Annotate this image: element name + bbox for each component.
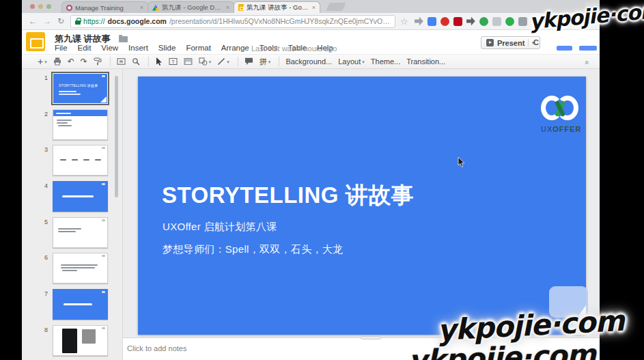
window-minimize-button[interactable] [38, 4, 43, 9]
textbox-icon: T [169, 57, 178, 66]
text-box-button[interactable]: T [167, 56, 180, 68]
menu-format[interactable]: Format [186, 44, 210, 52]
dropdown-caret-icon[interactable]: ▾ [209, 59, 212, 64]
thumbnail-photo [82, 329, 96, 344]
slide-thumbnail[interactable] [53, 325, 108, 356]
avatar[interactable] [579, 46, 597, 51]
browser-tab[interactable]: Manage Training× [61, 1, 148, 13]
filmstrip-row: 7 [22, 289, 122, 322]
toolbar-separator [148, 57, 149, 66]
slide-mentors-line[interactable]: 梦想导师们：Spell，双双，石头，大龙 [163, 243, 343, 256]
red-badge-extension-icon[interactable] [440, 17, 449, 26]
dropdown-caret-icon[interactable]: ▾ [44, 59, 47, 64]
uxoffer-logo-mark-icon [541, 94, 579, 123]
slide-thumbnail[interactable] [53, 109, 108, 140]
menu-slide[interactable]: Slide [158, 44, 176, 52]
undo-button[interactable]: ↶ [66, 56, 76, 68]
current-slide[interactable]: UXOFFER STORYTELLING 讲故事 UXOffer 启航计划第八课… [138, 77, 586, 335]
tab-close-icon[interactable]: × [140, 4, 143, 11]
dropdown-caret-icon[interactable]: ▾ [227, 59, 229, 64]
window-close-button[interactable] [30, 4, 35, 9]
menu-file[interactable]: File [55, 44, 68, 52]
gray-extension-icon[interactable] [492, 17, 501, 26]
dropdown-caret-icon[interactable]: ▾ [362, 59, 365, 64]
thumbnail-header-text [56, 113, 71, 114]
slide-number: 5 [38, 219, 48, 225]
insert-image-button[interactable] [182, 56, 195, 68]
transition-button[interactable]: Transition... [404, 56, 447, 68]
url-input[interactable]: https://docs.google.com/presentation/d/1… [70, 15, 395, 28]
paint-format-button[interactable] [92, 56, 104, 68]
window-maximize-button[interactable] [46, 4, 51, 9]
printer-icon [53, 57, 61, 66]
share-button-fragment[interactable] [557, 46, 572, 51]
thumbnail-text-line [61, 264, 98, 266]
comments-button[interactable]: C [533, 38, 539, 46]
dropdown-caret-icon[interactable]: ▾ [268, 59, 271, 64]
google-slides-logo-icon[interactable] [26, 32, 45, 51]
browser-tab[interactable]: 第九课 - Google Drive× [148, 1, 234, 13]
redo-button[interactable]: ↷ [79, 56, 89, 68]
print-button[interactable] [51, 56, 64, 68]
tab-close-icon[interactable]: × [312, 4, 316, 11]
reload-icon[interactable]: ↻ [57, 17, 64, 25]
insert-shape-button[interactable]: ▾ [197, 56, 214, 68]
new-tab-button[interactable] [326, 3, 346, 11]
slide-thumbnail[interactable] [53, 253, 108, 283]
os-username: Yushi [585, 1, 600, 8]
zoom-button[interactable] [130, 56, 142, 68]
slide-subtitle[interactable]: UXOffer 启航计划第八课 [163, 221, 277, 234]
slide-canvas: UXOFFER STORYTELLING 讲故事 UXOffer 启航计划第八课… [123, 69, 600, 337]
insert-line-button[interactable]: ▾ [215, 56, 232, 68]
forward-icon[interactable]: → [43, 17, 51, 25]
menu-insert[interactable]: Insert [128, 44, 148, 52]
slide-thumbnail[interactable] [53, 217, 108, 248]
thumbnail-photo [62, 329, 77, 353]
present-button[interactable]: Present ▾ [481, 36, 540, 49]
docs-extension-icon[interactable] [428, 17, 436, 26]
slide-number: 3 [38, 146, 48, 153]
toolbar: +▾↶↷T▾▾拼▾Background...Layout▾Theme...Tra… [22, 54, 600, 69]
slide-thumbnail[interactable] [53, 181, 108, 212]
pinyin-button-label: 拼 [260, 57, 267, 67]
theme-button[interactable]: Theme... [369, 56, 402, 68]
slide-title[interactable]: STORYTELLING 讲故事 [162, 180, 414, 211]
chat-extension-icon[interactable] [518, 17, 527, 26]
slide-thumbnail[interactable]: STORYTELLING 讲故事 [53, 73, 108, 104]
flag-extension-icon[interactable] [466, 17, 475, 26]
background-button[interactable]: Background... [283, 56, 334, 68]
pinyin-button[interactable]: 拼▾ [257, 56, 273, 68]
thumbnail-text-line [58, 125, 72, 126]
check-extension-icon[interactable] [479, 17, 488, 26]
folder-icon[interactable] [119, 36, 128, 42]
shape-icon [199, 57, 208, 66]
menu-edit[interactable]: Edit [78, 44, 92, 52]
menu-arrange[interactable]: Arrange [221, 44, 249, 52]
last-edit-status[interactable]: Last edit was 4 hours ago [251, 44, 337, 53]
tab-close-icon[interactable]: × [226, 4, 229, 11]
menu-view[interactable]: View [101, 44, 118, 52]
redo-icon: ↷ [81, 57, 87, 66]
insert-comment-button[interactable] [242, 56, 255, 68]
filmstrip-row: 1STORYTELLING 讲故事 [22, 73, 122, 107]
slide-thumbnail[interactable] [53, 289, 108, 320]
layout-button[interactable]: Layout▾ [336, 56, 367, 68]
filmstrip-row: 6 [22, 253, 122, 286]
filmstrip-row: 5 [22, 217, 122, 251]
filmstrip-row: 3 [22, 145, 122, 178]
select-tool-button[interactable] [153, 56, 165, 68]
pin-extension-icon[interactable] [453, 17, 462, 26]
new-slide-button[interactable]: +▾ [36, 56, 49, 68]
back-icon[interactable]: ← [29, 17, 37, 25]
share-extension-icon[interactable] [415, 17, 423, 26]
notes-resize-handle[interactable] [361, 336, 381, 340]
notes-placeholder[interactable]: Click to add notes [127, 344, 186, 352]
browser-tab[interactable]: 第九课 讲故事 - Google Slides× [234, 1, 320, 13]
bookmark-star-icon[interactable]: ☆ [400, 17, 408, 26]
hide-menus-icon[interactable]: « [583, 60, 591, 64]
zoom-fit-button[interactable] [115, 56, 128, 68]
green-circle-extension-icon[interactable] [505, 17, 514, 26]
thumbnail-corner-mark [102, 147, 105, 149]
slide-thumbnail[interactable] [53, 145, 108, 176]
svg-text:T: T [171, 59, 175, 65]
